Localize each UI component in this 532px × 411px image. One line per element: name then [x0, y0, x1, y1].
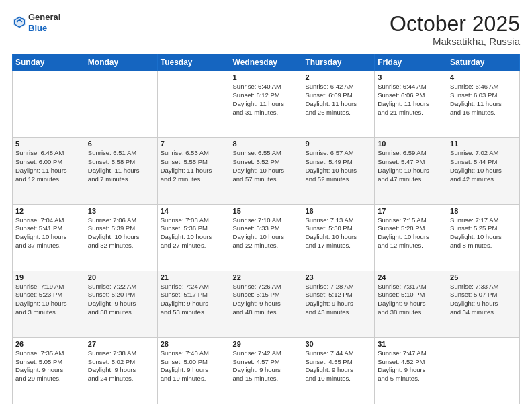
calendar-cell: 17Sunrise: 7:15 AM Sunset: 5:28 PM Dayli…	[375, 204, 447, 271]
day-number: 19	[15, 273, 82, 281]
day-number: 24	[378, 273, 444, 281]
calendar-cell: 31Sunrise: 7:47 AM Sunset: 4:52 PM Dayli…	[375, 337, 447, 404]
day-info: Sunrise: 7:44 AM Sunset: 4:55 PM Dayligh…	[305, 349, 371, 383]
calendar-cell: 1Sunrise: 6:40 AM Sunset: 6:12 PM Daylig…	[230, 71, 302, 138]
calendar-page: General Blue October 2025 Maksatikha, Ru…	[0, 0, 532, 411]
day-info: Sunrise: 6:57 AM Sunset: 5:49 PM Dayligh…	[305, 149, 371, 183]
calendar-cell: 24Sunrise: 7:31 AM Sunset: 5:10 PM Dayli…	[375, 271, 447, 337]
day-number: 10	[378, 140, 444, 148]
day-number: 21	[161, 273, 227, 281]
calendar-cell: 23Sunrise: 7:28 AM Sunset: 5:12 PM Dayli…	[302, 271, 375, 337]
calendar-cell: 28Sunrise: 7:40 AM Sunset: 5:00 PM Dayli…	[157, 337, 230, 404]
col-saturday: Saturday	[447, 54, 520, 71]
day-number: 7	[161, 140, 227, 148]
svg-marker-0	[13, 15, 26, 28]
calendar-cell: 14Sunrise: 7:08 AM Sunset: 5:36 PM Dayli…	[157, 204, 230, 271]
day-info: Sunrise: 7:26 AM Sunset: 5:15 PM Dayligh…	[233, 283, 300, 317]
month-title: October 2025	[390, 12, 520, 36]
day-number: 8	[233, 140, 300, 148]
day-number: 27	[88, 340, 154, 348]
day-info: Sunrise: 6:48 AM Sunset: 6:00 PM Dayligh…	[15, 149, 82, 183]
day-info: Sunrise: 7:13 AM Sunset: 5:30 PM Dayligh…	[305, 216, 371, 250]
day-info: Sunrise: 7:22 AM Sunset: 5:20 PM Dayligh…	[88, 283, 154, 317]
day-info: Sunrise: 7:04 AM Sunset: 5:41 PM Dayligh…	[15, 216, 82, 250]
location: Maksatikha, Russia	[390, 36, 520, 47]
calendar-cell: 9Sunrise: 6:57 AM Sunset: 5:49 PM Daylig…	[302, 138, 375, 204]
day-info: Sunrise: 6:55 AM Sunset: 5:52 PM Dayligh…	[233, 149, 300, 183]
calendar-cell: 10Sunrise: 6:59 AM Sunset: 5:47 PM Dayli…	[375, 138, 447, 204]
day-info: Sunrise: 6:59 AM Sunset: 5:47 PM Dayligh…	[378, 149, 444, 183]
calendar-cell: 16Sunrise: 7:13 AM Sunset: 5:30 PM Dayli…	[302, 204, 375, 271]
day-info: Sunrise: 7:15 AM Sunset: 5:28 PM Dayligh…	[378, 216, 444, 250]
logo-blue: Blue	[28, 23, 60, 34]
day-info: Sunrise: 6:53 AM Sunset: 5:55 PM Dayligh…	[161, 149, 227, 183]
col-thursday: Thursday	[302, 54, 375, 71]
day-info: Sunrise: 6:51 AM Sunset: 5:58 PM Dayligh…	[88, 149, 154, 183]
calendar-cell: 25Sunrise: 7:33 AM Sunset: 5:07 PM Dayli…	[447, 271, 520, 337]
calendar-cell	[157, 71, 230, 138]
day-number: 31	[378, 340, 444, 348]
calendar-cell: 4Sunrise: 6:46 AM Sunset: 6:03 PM Daylig…	[447, 71, 520, 138]
day-info: Sunrise: 7:47 AM Sunset: 4:52 PM Dayligh…	[378, 349, 444, 383]
day-number: 22	[233, 273, 300, 281]
day-info: Sunrise: 7:17 AM Sunset: 5:25 PM Dayligh…	[450, 216, 517, 250]
day-number: 11	[450, 140, 517, 148]
day-number: 13	[88, 207, 154, 215]
calendar-week-3: 12Sunrise: 7:04 AM Sunset: 5:41 PM Dayli…	[13, 204, 520, 271]
calendar-header-row: Sunday Monday Tuesday Wednesday Thursday…	[13, 54, 520, 71]
day-info: Sunrise: 7:42 AM Sunset: 4:57 PM Dayligh…	[233, 349, 300, 383]
day-info: Sunrise: 7:28 AM Sunset: 5:12 PM Dayligh…	[305, 283, 371, 317]
calendar-cell: 11Sunrise: 7:02 AM Sunset: 5:44 PM Dayli…	[447, 138, 520, 204]
day-number: 1	[233, 73, 300, 81]
calendar-cell: 8Sunrise: 6:55 AM Sunset: 5:52 PM Daylig…	[230, 138, 302, 204]
col-monday: Monday	[85, 54, 157, 71]
day-number: 3	[378, 73, 444, 81]
calendar-cell	[13, 71, 85, 138]
logo-text: General Blue	[28, 12, 60, 33]
day-number: 6	[88, 140, 154, 148]
day-number: 17	[378, 207, 444, 215]
header: General Blue October 2025 Maksatikha, Ru…	[12, 12, 520, 47]
calendar-cell: 21Sunrise: 7:24 AM Sunset: 5:17 PM Dayli…	[157, 271, 230, 337]
day-number: 25	[450, 273, 517, 281]
day-number: 2	[305, 73, 371, 81]
day-number: 12	[15, 207, 82, 215]
title-block: October 2025 Maksatikha, Russia	[390, 12, 520, 47]
calendar-cell: 2Sunrise: 6:42 AM Sunset: 6:09 PM Daylig…	[302, 71, 375, 138]
day-number: 16	[305, 207, 371, 215]
day-info: Sunrise: 7:40 AM Sunset: 5:00 PM Dayligh…	[161, 349, 227, 383]
calendar-cell: 15Sunrise: 7:10 AM Sunset: 5:33 PM Dayli…	[230, 204, 302, 271]
day-number: 30	[305, 340, 371, 348]
col-wednesday: Wednesday	[230, 54, 302, 71]
day-info: Sunrise: 7:31 AM Sunset: 5:10 PM Dayligh…	[378, 283, 444, 317]
calendar-cell: 27Sunrise: 7:38 AM Sunset: 5:02 PM Dayli…	[85, 337, 157, 404]
day-info: Sunrise: 7:35 AM Sunset: 5:05 PM Dayligh…	[15, 349, 82, 383]
calendar-cell: 7Sunrise: 6:53 AM Sunset: 5:55 PM Daylig…	[157, 138, 230, 204]
calendar-week-2: 5Sunrise: 6:48 AM Sunset: 6:00 PM Daylig…	[13, 138, 520, 204]
day-info: Sunrise: 7:06 AM Sunset: 5:39 PM Dayligh…	[88, 216, 154, 250]
calendar-cell: 20Sunrise: 7:22 AM Sunset: 5:20 PM Dayli…	[85, 271, 157, 337]
calendar-cell: 22Sunrise: 7:26 AM Sunset: 5:15 PM Dayli…	[230, 271, 302, 337]
calendar-cell: 19Sunrise: 7:19 AM Sunset: 5:23 PM Dayli…	[13, 271, 85, 337]
logo-general: General	[28, 12, 60, 23]
calendar-cell: 30Sunrise: 7:44 AM Sunset: 4:55 PM Dayli…	[302, 337, 375, 404]
calendar-cell: 26Sunrise: 7:35 AM Sunset: 5:05 PM Dayli…	[13, 337, 85, 404]
logo-icon	[12, 15, 27, 30]
calendar-table: Sunday Monday Tuesday Wednesday Thursday…	[12, 54, 520, 404]
calendar-cell: 3Sunrise: 6:44 AM Sunset: 6:06 PM Daylig…	[375, 71, 447, 138]
calendar-cell: 5Sunrise: 6:48 AM Sunset: 6:00 PM Daylig…	[13, 138, 85, 204]
day-info: Sunrise: 7:02 AM Sunset: 5:44 PM Dayligh…	[450, 149, 517, 183]
calendar-cell: 13Sunrise: 7:06 AM Sunset: 5:39 PM Dayli…	[85, 204, 157, 271]
calendar-cell: 6Sunrise: 6:51 AM Sunset: 5:58 PM Daylig…	[85, 138, 157, 204]
calendar-cell: 29Sunrise: 7:42 AM Sunset: 4:57 PM Dayli…	[230, 337, 302, 404]
day-info: Sunrise: 7:08 AM Sunset: 5:36 PM Dayligh…	[161, 216, 227, 250]
day-info: Sunrise: 6:46 AM Sunset: 6:03 PM Dayligh…	[450, 83, 517, 117]
day-number: 14	[161, 207, 227, 215]
day-number: 26	[15, 340, 82, 348]
day-number: 4	[450, 73, 517, 81]
calendar-cell	[447, 337, 520, 404]
day-info: Sunrise: 7:38 AM Sunset: 5:02 PM Dayligh…	[88, 349, 154, 383]
day-info: Sunrise: 7:10 AM Sunset: 5:33 PM Dayligh…	[233, 216, 300, 250]
calendar-cell: 18Sunrise: 7:17 AM Sunset: 5:25 PM Dayli…	[447, 204, 520, 271]
calendar-week-5: 26Sunrise: 7:35 AM Sunset: 5:05 PM Dayli…	[13, 337, 520, 404]
